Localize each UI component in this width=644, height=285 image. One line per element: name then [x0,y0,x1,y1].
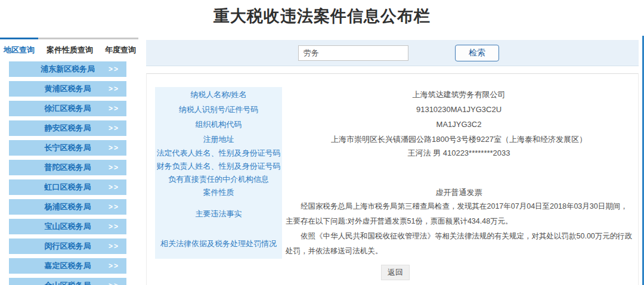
search-bar: 检索 [146,40,639,66]
double-chevron-right-icon: >> [109,124,119,132]
double-chevron-right-icon: >> [109,144,119,152]
back-button[interactable]: 返回 [381,265,410,280]
double-chevron-right-icon: >> [109,104,119,113]
bureau-label: 金山区税务局 [45,280,91,285]
main-layout: 地区查询 案件性质查询 年度查询 浦东新区税务局 >> 黄浦区税务局 >> 徐汇… [0,40,644,285]
row-taxpayer-name: 纳税人名称/姓名 上海筑达建筑劳务有限公司 [155,87,636,102]
tab-case-nature-query[interactable]: 案件性质查询 [43,39,97,55]
field-value: 王河法 男 410223********2033 [282,148,636,159]
bureau-label: 闵行区税务局 [45,241,91,252]
field-label: 财务负责人姓名、性别及身份证号码 [155,160,282,173]
double-chevron-right-icon: >> [109,203,119,211]
row-main-violation-facts: 主要违法事实 经国家税务总局上海市税务局第三稽查局检查，发现其在2017年07月… [155,199,636,229]
double-chevron-right-icon: >> [109,183,119,191]
field-value: 91310230MA1JYG3C2U [282,105,636,114]
field-label: 案件性质 [155,186,282,199]
sidebar-item-hongkou[interactable]: 虹口区税务局 >> [9,179,126,195]
tab-region-query[interactable]: 地区查询 [0,38,38,55]
sidebar-item-putuo[interactable]: 普陀区税务局 >> [9,160,126,175]
double-chevron-right-icon: >> [109,85,119,93]
case-detail-panel: 纳税人名称/姓名 上海筑达建筑劳务有限公司 纳税人识别号/证件号码 913102… [146,73,639,285]
double-chevron-right-icon: >> [109,65,119,73]
field-label: 注册地址 [155,132,282,147]
double-chevron-right-icon: >> [109,281,119,285]
bureau-label: 嘉定区税务局 [45,261,91,271]
sidebar-item-xuhui[interactable]: 徐汇区税务局 >> [9,101,126,116]
row-intermediary-info: 负有直接责任的中介机构信息 [155,173,636,186]
field-label: 相关法律依据及税务处理处罚情况 [155,229,282,259]
row-org-code: 组织机构代码 MA1JYG3C2 [155,117,636,132]
bureau-label: 普陀区税务局 [45,162,91,173]
row-case-nature: 案件性质 虚开普通发票 [155,186,636,199]
field-label: 组织机构代码 [155,117,282,132]
row-taxpayer-id: 纳税人识别号/证件号码 91310230MA1JYG3C2U [155,102,636,117]
field-value: MA1JYG3C2 [282,120,636,129]
bureau-label: 浦东新区税务局 [41,64,95,75]
bureau-label: 长宁区税务局 [45,142,91,153]
bureau-label: 黄浦区税务局 [45,83,91,94]
row-legal-representative: 法定代表人姓名、性别及身份证号码 王河法 男 410223********203… [155,147,636,160]
double-chevron-right-icon: >> [109,242,119,250]
field-value: 虚开普通发票 [282,187,636,198]
field-label: 纳税人识别号/证件号码 [155,102,282,117]
field-label: 纳税人名称/姓名 [155,87,282,102]
field-label: 负有直接责任的中介机构信息 [155,173,282,186]
query-tab-bar: 地区查询 案件性质查询 年度查询 [0,38,138,55]
sidebar-item-baoshan[interactable]: 宝山区税务局 >> [9,219,126,234]
search-input[interactable] [298,45,408,61]
bureau-label: 静安区税务局 [45,123,91,134]
double-chevron-right-icon: >> [109,222,119,231]
sidebar-item-jinshan[interactable]: 金山区税务局 >> [9,278,126,285]
sidebar-item-huangpu[interactable]: 黄浦区税务局 >> [9,81,126,97]
bureau-label: 徐汇区税务局 [45,103,91,114]
page-title: 重大税收违法案件信息公布栏 [0,0,644,27]
sidebar-item-changning[interactable]: 长宁区税务局 >> [9,140,126,156]
tab-year-query[interactable]: 年度查询 [101,39,140,55]
sidebar: 地区查询 案件性质查询 年度查询 浦东新区税务局 >> 黄浦区税务局 >> 徐汇… [0,38,143,285]
field-value: 依照《中华人民共和国税收征收管理法》等相关法律法规的有关规定，对其处以罚款50.… [282,229,636,259]
bureau-list: 浦东新区税务局 >> 黄浦区税务局 >> 徐汇区税务局 >> 静安区税务局 >>… [9,61,143,285]
field-value: 上海筑达建筑劳务有限公司 [282,89,636,100]
field-value: 经国家税务总局上海市税务局第三稽查局检查，发现其在2017年07月04日至201… [282,199,636,229]
row-finance-officer: 财务负责人姓名、性别及身份证号码 [155,160,636,173]
bureau-label: 杨浦区税务局 [45,202,91,212]
field-label: 法定代表人姓名、性别及身份证号码 [155,147,282,160]
row-legal-basis-penalty: 相关法律依据及税务处理处罚情况 依照《中华人民共和国税收征收管理法》等相关法律法… [155,229,636,259]
field-value: 上海市崇明区长兴镇潘园公路1800号3号楼9227室（上海泰和经济发展区） [282,134,636,145]
sidebar-item-yangpu[interactable]: 杨浦区税务局 >> [9,199,126,215]
double-chevron-right-icon: >> [109,262,119,270]
bureau-label: 虹口区税务局 [45,182,91,193]
search-button[interactable]: 检索 [455,45,499,61]
row-registered-address: 注册地址 上海市崇明区长兴镇潘园公路1800号3号楼9227室（上海泰和经济发展… [155,132,636,147]
main-content: 检索 纳税人名称/姓名 上海筑达建筑劳务有限公司 纳税人识别号/证件号码 913… [146,40,644,285]
sidebar-item-jiading[interactable]: 嘉定区税务局 >> [9,258,126,274]
double-chevron-right-icon: >> [109,163,119,172]
field-label: 主要违法事实 [155,199,282,229]
sidebar-item-minhang[interactable]: 闵行区税务局 >> [9,238,126,254]
bureau-label: 宝山区税务局 [45,221,91,232]
page: 重大税收违法案件信息公布栏 地区查询 案件性质查询 年度查询 浦东新区税务局 >… [0,0,644,285]
sidebar-item-pudong[interactable]: 浦东新区税务局 >> [9,61,126,77]
sidebar-item-jingan[interactable]: 静安区税务局 >> [9,120,126,136]
